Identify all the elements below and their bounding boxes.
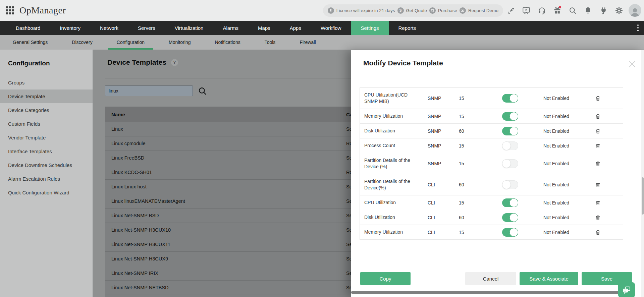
monitor-protocol: CLI (428, 215, 459, 220)
purchase-cart-icon (429, 7, 436, 14)
subnav-tools[interactable]: Tools (256, 35, 284, 50)
delete-monitor-icon[interactable] (595, 143, 623, 149)
subnav-monitoring[interactable]: Monitoring (160, 35, 199, 50)
get-quote-link[interactable]: Get Quote (406, 8, 427, 13)
nav-alarms[interactable]: Alarms (213, 21, 248, 35)
monitor-threshold-status: Not Enabled (543, 215, 595, 220)
monitor-enabled-toggle[interactable] (502, 94, 518, 103)
subnav-configuration[interactable]: Configuration (108, 35, 153, 50)
delete-monitor-icon[interactable] (595, 128, 623, 134)
nav-apps[interactable]: Apps (280, 21, 311, 35)
sidebar-item-device-template[interactable]: Device Template (0, 90, 93, 103)
device-template-row[interactable]: Linux Server (105, 122, 370, 136)
monitor-enabled-toggle[interactable] (502, 228, 518, 237)
whats-new-gift-icon[interactable] (549, 4, 565, 17)
delete-monitor-icon[interactable] (595, 161, 623, 167)
cancel-button[interactable]: Cancel (465, 272, 516, 285)
monitor-interval: 15 (459, 200, 502, 205)
copy-button[interactable]: Copy (360, 272, 411, 285)
monitor-threshold-status: Not Enabled (543, 182, 595, 187)
subnav-discovery[interactable]: Discovery (63, 35, 101, 50)
monitor-name: Partition Details of the Device(%) (364, 174, 421, 195)
nav-dashboard[interactable]: Dashboard (6, 21, 50, 35)
settings-gear-icon[interactable] (611, 4, 627, 17)
device-template-row[interactable]: Linux KCDC-SH01 Router (105, 165, 370, 180)
alarms-bell-icon[interactable] (580, 4, 596, 17)
nav-workflow[interactable]: Workflow (311, 21, 351, 35)
monitor-enabled-toggle[interactable] (502, 213, 518, 222)
support-headset-icon[interactable] (534, 4, 549, 17)
monitor-enabled-toggle[interactable] (502, 180, 518, 189)
monitor-enabled-toggle[interactable] (502, 141, 518, 150)
device-template-row[interactable]: Linux Net-SNMP NETBSD Server (105, 281, 370, 295)
user-avatar[interactable] (629, 4, 641, 17)
monitor-enabled-toggle[interactable] (502, 198, 518, 207)
configuration-sidebar: Configuration Groups Device Template Dev… (0, 50, 93, 297)
get-quote-icon: $ (397, 7, 404, 14)
search-icon[interactable] (198, 86, 207, 97)
delete-monitor-icon[interactable] (595, 215, 623, 221)
monitor-interval: 15 (459, 230, 502, 235)
device-template-row[interactable]: Linux Net-SNMP H3CUX9 Server (105, 252, 370, 266)
apps-grid-icon[interactable] (6, 6, 14, 14)
device-template-row[interactable]: Linux FreeBSD Server (105, 151, 370, 165)
sidebar-item-groups[interactable]: Groups (0, 76, 93, 90)
device-template-row[interactable]: Linux Net-SNMP H3CUX11 Server (105, 237, 370, 252)
device-template-row-partial (105, 295, 370, 297)
device-template-row[interactable]: Linux linuxEMANATEMasterAgent Server (105, 194, 370, 209)
monitor-row: Memory Utilization SNMP 15 Not Enabled (360, 109, 623, 124)
sidebar-item-vendor-template[interactable]: Vendor Template (0, 131, 93, 144)
horizontal-scrollbar[interactable] (351, 291, 630, 294)
nav-servers[interactable]: Servers (128, 21, 165, 35)
device-template-row[interactable]: Linux Net-SNMP H3CUX10 Server (105, 223, 370, 237)
purchase-link[interactable]: Purchase (438, 8, 457, 13)
sidebar-item-device-downtime-schedules[interactable]: Device Downtime Schedules (0, 158, 93, 172)
global-search-icon[interactable] (565, 4, 580, 17)
request-demo-link[interactable]: Request Demo (468, 8, 498, 13)
monitor-enabled-toggle[interactable] (502, 159, 518, 168)
device-template-row[interactable]: Linux cpmodule Router (105, 136, 370, 151)
delete-monitor-icon[interactable] (595, 229, 623, 235)
monitor-enabled-toggle[interactable] (502, 112, 518, 121)
modal-close-icon[interactable] (628, 60, 637, 68)
vertical-scrollbar[interactable] (641, 50, 644, 297)
nav-maps[interactable]: Maps (248, 21, 280, 35)
monitor-row: Disk Utilization SNMP 60 Not Enabled (360, 124, 623, 138)
nav-inventory[interactable]: Inventory (50, 21, 90, 35)
integrations-plug-icon[interactable] (596, 4, 611, 17)
nav-virtualization[interactable]: Virtualization (165, 21, 213, 35)
nav-network[interactable]: Network (90, 21, 128, 35)
monitor-threshold-status: Not Enabled (543, 128, 595, 134)
sidebar-item-interface-templates[interactable]: Interface Templates (0, 144, 93, 158)
monitor-threshold-status: Not Enabled (543, 200, 595, 205)
chat-support-button[interactable] (618, 282, 635, 297)
monitor-enabled-toggle[interactable] (502, 127, 518, 135)
monitor-threshold-status: Not Enabled (543, 96, 595, 101)
nav-settings[interactable]: Settings (351, 21, 388, 35)
monitor-protocol: SNMP (428, 96, 459, 101)
subnav-firewall[interactable]: Firewall (291, 35, 324, 50)
help-badge[interactable]: ? (171, 59, 178, 66)
subnav-general-settings[interactable]: General Settings (4, 35, 56, 50)
demo-presentation-icon[interactable] (519, 4, 534, 17)
delete-monitor-icon[interactable] (595, 113, 623, 119)
getting-started-rocket-icon[interactable] (503, 4, 519, 17)
device-template-row[interactable]: Linux Linux host Server (105, 180, 370, 194)
nav-overflow-menu-icon[interactable] (637, 21, 639, 35)
save-and-associate-button[interactable]: Save & Associate (520, 272, 578, 285)
device-template-row[interactable]: Linux Net-SNMP BSD Server (105, 209, 370, 223)
sidebar-item-quick-configuration-wizard[interactable]: Quick Configuration Wizard (0, 186, 93, 199)
device-template-row[interactable]: Linux Net-SNMP IRIX Server (105, 266, 370, 281)
subnav-notifications[interactable]: Notifications (206, 35, 249, 50)
nav-reports[interactable]: Reports (389, 21, 426, 35)
template-search-input[interactable] (105, 85, 193, 96)
sidebar-item-device-categories[interactable]: Device Categories (0, 103, 93, 117)
delete-monitor-icon[interactable] (595, 200, 623, 206)
sidebar-item-alarm-escalation-rules[interactable]: Alarm Escalation Rules (0, 172, 93, 186)
sidebar-item-custom-fields[interactable]: Custom Fields (0, 117, 93, 131)
vertical-scrollbar-thumb[interactable] (642, 177, 644, 215)
monitor-threshold-status: Not Enabled (543, 161, 595, 166)
monitor-interval: 15 (459, 161, 502, 166)
delete-monitor-icon[interactable] (595, 95, 623, 101)
delete-monitor-icon[interactable] (595, 182, 623, 188)
